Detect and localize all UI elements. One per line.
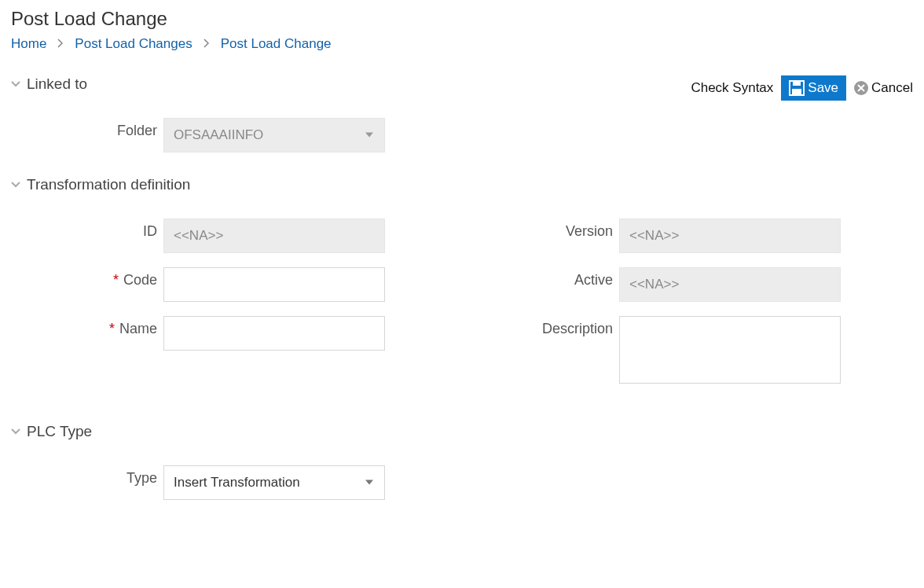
section-title-plc-type: PLC Type [27,423,92,440]
svg-rect-2 [792,89,801,95]
chevron-down-icon [11,180,20,189]
type-select[interactable] [163,465,385,500]
description-field[interactable] [619,316,841,384]
id-label: ID [11,219,157,240]
action-bar: Check Syntax Save Cancel [691,75,913,101]
save-icon [789,80,805,96]
section-header-linked-to[interactable]: Linked to [11,75,87,93]
svg-rect-1 [793,81,801,86]
active-field [619,267,841,302]
breadcrumb-post-load-changes[interactable]: Post Load Changes [75,36,192,52]
version-field [619,219,841,253]
required-marker: * [109,321,115,337]
active-label: Active [467,267,613,288]
type-select-wrap [163,465,385,500]
chevron-down-icon [11,427,20,436]
section-header-transformation[interactable]: Transformation definition [11,176,913,193]
breadcrumb: Home Post Load Changes Post Load Change [11,36,913,52]
section-header-plc-type[interactable]: PLC Type [11,423,913,440]
version-label: Version [467,219,613,240]
breadcrumb-home[interactable]: Home [11,36,46,52]
folder-label: Folder [11,118,157,139]
type-label: Type [11,465,157,487]
check-syntax-button[interactable]: Check Syntax [691,80,773,96]
section-title-linked-to: Linked to [27,75,87,93]
name-field[interactable] [163,316,385,351]
code-field[interactable] [163,267,385,302]
folder-select-wrap [163,118,385,153]
code-label: * Code [11,267,157,288]
chevron-right-icon [57,38,64,50]
name-label: * Name [11,316,157,337]
chevron-down-icon [11,79,20,89]
cancel-button[interactable]: Cancel [854,80,913,96]
page-title: Post Load Change [11,8,913,30]
breadcrumb-post-load-change[interactable]: Post Load Change [221,36,332,52]
section-title-transformation: Transformation definition [27,176,190,193]
required-marker: * [113,272,119,288]
chevron-right-icon [204,38,210,50]
folder-select[interactable] [163,118,385,153]
close-icon [854,81,868,95]
description-label: Description [467,316,613,337]
save-button[interactable]: Save [781,75,846,101]
id-field [163,219,385,253]
